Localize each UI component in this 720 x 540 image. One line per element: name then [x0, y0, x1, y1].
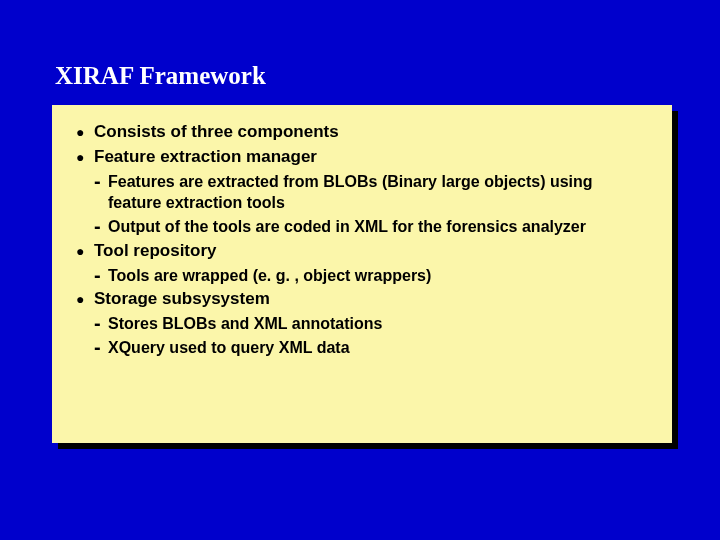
- sub-item: Stores BLOBs and XML annotations: [94, 313, 650, 335]
- sub-text: XQuery used to query XML data: [108, 339, 350, 356]
- content-panel: Consists of three components Feature ext…: [52, 105, 672, 443]
- bullet-list: Consists of three components Feature ext…: [76, 121, 650, 358]
- sub-list: Stores BLOBs and XML annotations XQuery …: [94, 313, 650, 358]
- sub-text: Features are extracted from BLOBs (Binar…: [108, 173, 593, 212]
- content-panel-wrap: Consists of three components Feature ext…: [52, 105, 672, 443]
- sub-list: Tools are wrapped (e. g. , object wrappe…: [94, 265, 650, 287]
- bullet-text: Consists of three components: [94, 122, 339, 141]
- bullet-text: Feature extraction manager: [94, 147, 317, 166]
- sub-text: Output of the tools are coded in XML for…: [108, 218, 586, 235]
- bullet-text: Storage subsysystem: [94, 289, 270, 308]
- sub-item: XQuery used to query XML data: [94, 337, 650, 359]
- sub-item: Output of the tools are coded in XML for…: [94, 216, 650, 238]
- sub-item: Tools are wrapped (e. g. , object wrappe…: [94, 265, 650, 287]
- bullet-item: Storage subsysystem Stores BLOBs and XML…: [76, 288, 650, 358]
- sub-list: Features are extracted from BLOBs (Binar…: [94, 171, 650, 238]
- bullet-item: Feature extraction manager Features are …: [76, 146, 650, 238]
- sub-item: Features are extracted from BLOBs (Binar…: [94, 171, 650, 214]
- bullet-item: Consists of three components: [76, 121, 650, 144]
- slide-title: XIRAF Framework: [55, 62, 266, 90]
- bullet-text: Tool repository: [94, 241, 216, 260]
- sub-text: Stores BLOBs and XML annotations: [108, 315, 382, 332]
- sub-text: Tools are wrapped (e. g. , object wrappe…: [108, 267, 431, 284]
- bullet-item: Tool repository Tools are wrapped (e. g.…: [76, 240, 650, 287]
- slide: XIRAF Framework Consists of three compon…: [0, 0, 720, 540]
